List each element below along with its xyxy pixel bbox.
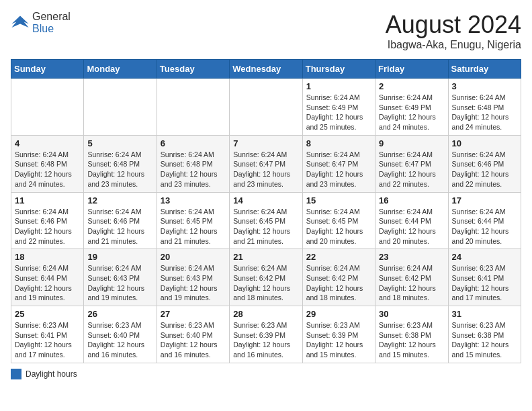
day-info: Sunrise: 6:24 AMSunset: 6:47 PMDaylight:… [306,150,371,189]
day-number: 25 [15,309,80,319]
day-info: Sunrise: 6:24 AMSunset: 6:48 PMDaylight:… [15,150,80,189]
calendar-cell: 14Sunrise: 6:24 AMSunset: 6:45 PMDayligh… [230,192,302,249]
day-number: 23 [379,252,444,262]
calendar-cell: 19Sunrise: 6:24 AMSunset: 6:43 PMDayligh… [84,249,157,306]
calendar-week-4: 18Sunrise: 6:24 AMSunset: 6:44 PMDayligh… [11,249,521,306]
calendar-week-1: 1Sunrise: 6:24 AMSunset: 6:49 PMDaylight… [11,79,521,136]
calendar-cell: 15Sunrise: 6:24 AMSunset: 6:45 PMDayligh… [302,192,375,249]
day-number: 2 [379,81,444,91]
day-info: Sunrise: 6:24 AMSunset: 6:45 PMDaylight:… [233,207,298,246]
calendar-cell: 2Sunrise: 6:24 AMSunset: 6:49 PMDaylight… [375,79,448,136]
calendar-cell: 13Sunrise: 6:24 AMSunset: 6:45 PMDayligh… [157,192,229,249]
calendar-cell [11,79,84,136]
calendar-cell: 12Sunrise: 6:24 AMSunset: 6:46 PMDayligh… [84,192,157,249]
legend: Daylight hours [11,369,521,379]
calendar-cell: 6Sunrise: 6:24 AMSunset: 6:48 PMDaylight… [157,135,229,192]
day-info: Sunrise: 6:24 AMSunset: 6:44 PMDaylight:… [452,207,517,246]
calendar-cell: 21Sunrise: 6:24 AMSunset: 6:42 PMDayligh… [230,249,302,306]
calendar-cell: 10Sunrise: 6:24 AMSunset: 6:46 PMDayligh… [448,135,521,192]
day-header-friday: Friday [375,60,448,79]
day-info: Sunrise: 6:23 AMSunset: 6:38 PMDaylight:… [452,320,517,360]
day-info: Sunrise: 6:24 AMSunset: 6:44 PMDaylight:… [15,263,80,303]
day-info: Sunrise: 6:23 AMSunset: 6:39 PMDaylight:… [306,320,371,360]
day-number: 12 [87,195,152,205]
calendar-table: SundayMondayTuesdayWednesdayThursdayFrid… [11,59,521,363]
calendar-body: 1Sunrise: 6:24 AMSunset: 6:49 PMDaylight… [11,79,521,363]
calendar-cell: 18Sunrise: 6:24 AMSunset: 6:44 PMDayligh… [11,249,84,306]
day-number: 29 [306,309,371,319]
calendar-cell: 31Sunrise: 6:23 AMSunset: 6:38 PMDayligh… [448,306,521,363]
calendar-cell: 7Sunrise: 6:24 AMSunset: 6:47 PMDaylight… [230,135,302,192]
logo-general-text: General [32,11,71,23]
calendar-cell: 22Sunrise: 6:24 AMSunset: 6:42 PMDayligh… [302,249,375,306]
day-number: 10 [452,138,517,148]
day-number: 6 [161,138,226,148]
calendar-cell: 1Sunrise: 6:24 AMSunset: 6:49 PMDaylight… [302,79,375,136]
svg-marker-1 [11,16,28,28]
logo-blue-text: Blue [32,23,71,35]
day-header-sunday: Sunday [11,60,84,79]
calendar-cell [84,79,157,136]
day-number: 3 [452,81,517,91]
day-number: 8 [306,138,371,148]
day-number: 16 [379,195,444,205]
calendar-cell: 23Sunrise: 6:24 AMSunset: 6:42 PMDayligh… [375,249,448,306]
day-number: 20 [161,252,226,262]
calendar-cell: 24Sunrise: 6:23 AMSunset: 6:41 PMDayligh… [448,249,521,306]
day-header-monday: Monday [84,60,157,79]
calendar-week-5: 25Sunrise: 6:23 AMSunset: 6:41 PMDayligh… [11,306,521,363]
day-info: Sunrise: 6:24 AMSunset: 6:44 PMDaylight:… [379,207,444,246]
day-info: Sunrise: 6:24 AMSunset: 6:47 PMDaylight:… [233,150,298,189]
day-number: 11 [15,195,80,205]
logo: General Blue [11,11,71,35]
day-number: 26 [87,309,152,319]
calendar-cell: 28Sunrise: 6:23 AMSunset: 6:39 PMDayligh… [230,306,302,363]
day-number: 9 [379,138,444,148]
logo-text: General Blue [32,11,71,35]
day-info: Sunrise: 6:24 AMSunset: 6:45 PMDaylight:… [161,207,226,246]
day-info: Sunrise: 6:23 AMSunset: 6:40 PMDaylight:… [161,320,226,360]
legend-color-box [11,369,21,379]
calendar-cell: 17Sunrise: 6:24 AMSunset: 6:44 PMDayligh… [448,192,521,249]
calendar-cell: 25Sunrise: 6:23 AMSunset: 6:41 PMDayligh… [11,306,84,363]
logo-icon [11,13,30,32]
header: General Blue August 2024 Ibagwa-Aka, Enu… [11,11,521,51]
calendar-cell: 27Sunrise: 6:23 AMSunset: 6:40 PMDayligh… [157,306,229,363]
day-number: 27 [161,309,226,319]
day-info: Sunrise: 6:24 AMSunset: 6:48 PMDaylight:… [452,93,517,132]
month-title: August 2024 [386,11,521,39]
calendar-cell: 3Sunrise: 6:24 AMSunset: 6:48 PMDaylight… [448,79,521,136]
day-info: Sunrise: 6:24 AMSunset: 6:42 PMDaylight:… [306,263,371,303]
day-number: 21 [233,252,298,262]
calendar-cell: 11Sunrise: 6:24 AMSunset: 6:46 PMDayligh… [11,192,84,249]
day-info: Sunrise: 6:24 AMSunset: 6:48 PMDaylight:… [87,150,152,189]
day-info: Sunrise: 6:24 AMSunset: 6:42 PMDaylight:… [233,263,298,303]
day-number: 31 [452,309,517,319]
day-number: 4 [15,138,80,148]
calendar-cell: 26Sunrise: 6:23 AMSunset: 6:40 PMDayligh… [84,306,157,363]
calendar-cell [157,79,229,136]
day-number: 5 [87,138,152,148]
day-info: Sunrise: 6:23 AMSunset: 6:38 PMDaylight:… [379,320,444,360]
day-number: 28 [233,309,298,319]
day-info: Sunrise: 6:24 AMSunset: 6:43 PMDaylight:… [161,263,226,303]
calendar-week-3: 11Sunrise: 6:24 AMSunset: 6:46 PMDayligh… [11,192,521,249]
calendar-cell: 20Sunrise: 6:24 AMSunset: 6:43 PMDayligh… [157,249,229,306]
day-info: Sunrise: 6:23 AMSunset: 6:40 PMDaylight:… [87,320,152,360]
day-number: 13 [161,195,226,205]
day-number: 17 [452,195,517,205]
calendar-cell: 16Sunrise: 6:24 AMSunset: 6:44 PMDayligh… [375,192,448,249]
calendar-cell: 5Sunrise: 6:24 AMSunset: 6:48 PMDaylight… [84,135,157,192]
calendar-cell: 8Sunrise: 6:24 AMSunset: 6:47 PMDaylight… [302,135,375,192]
day-info: Sunrise: 6:24 AMSunset: 6:49 PMDaylight:… [379,93,444,132]
day-number: 14 [233,195,298,205]
day-number: 22 [306,252,371,262]
day-number: 7 [233,138,298,148]
day-info: Sunrise: 6:24 AMSunset: 6:46 PMDaylight:… [15,207,80,246]
day-number: 30 [379,309,444,319]
day-number: 19 [87,252,152,262]
day-info: Sunrise: 6:24 AMSunset: 6:42 PMDaylight:… [379,263,444,303]
title-area: August 2024 Ibagwa-Aka, Enugu, Nigeria [386,11,521,51]
legend-label: Daylight hours [26,369,77,379]
calendar-cell: 29Sunrise: 6:23 AMSunset: 6:39 PMDayligh… [302,306,375,363]
